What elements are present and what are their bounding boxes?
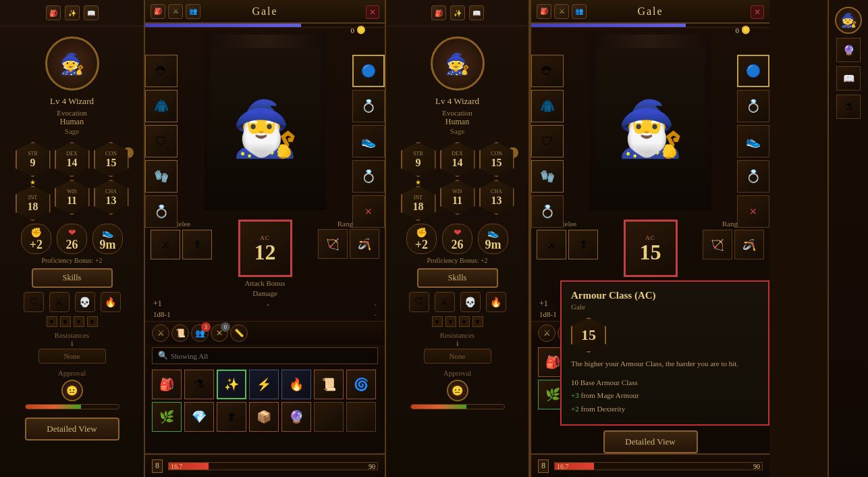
item-13[interactable] — [314, 402, 344, 432]
equip-slot-right-4[interactable]: 💍 — [352, 160, 385, 193]
equip-slot-glove[interactable]: 🧤 — [145, 160, 178, 193]
r-equip-slot-right-2[interactable]: 💍 — [737, 90, 769, 122]
spells-icon[interactable]: ✨ — [65, 5, 80, 20]
weapon-values-row: +1 - - — [151, 297, 379, 310]
journal-icon[interactable]: 📖 — [84, 5, 99, 20]
counter-badge-4: 0 — [221, 322, 230, 332]
item-3[interactable]: ✨ — [217, 370, 246, 399]
resist-down-3[interactable]: ▼ — [74, 316, 84, 327]
hp-current-middle: 16.7 — [171, 462, 183, 470]
resist-down-4[interactable]: ▼ — [87, 316, 98, 327]
action-btn-3[interactable]: 👥 3 — [191, 324, 209, 342]
stats-row-2: INT 18 WIS 11 CHA 13 — [5, 180, 138, 221]
tooltip-character: Gale — [571, 303, 759, 311]
item-5[interactable]: 🔥 — [281, 370, 311, 399]
ac-box-right[interactable]: AC 15 — [624, 220, 678, 277]
tooltip-panel: Armour Class (AC) Gale 15 The higher you… — [560, 280, 769, 426]
r-resist-down-3[interactable]: ▼ — [459, 316, 470, 327]
search-input[interactable] — [171, 352, 372, 360]
tooltip-bonus1-value: +3 — [571, 391, 579, 399]
action-btn-2[interactable]: 📜 — [171, 324, 189, 342]
equip-slot-right-5[interactable]: ✕ — [352, 195, 385, 228]
item-9[interactable]: 💎 — [184, 402, 214, 432]
r-ability-row: ✊ +2 ❤ 26 👟 9m — [391, 224, 523, 254]
item-14[interactable] — [346, 402, 376, 432]
r-melee-weapon-2[interactable]: 🗡 — [568, 230, 598, 259]
far-right-slot-2[interactable]: 📖 — [836, 66, 861, 91]
r-equip-slot-ring1[interactable]: 💍 — [531, 195, 564, 228]
r-equip-slot-cloak[interactable]: 🧥 — [531, 90, 564, 122]
resist-down-2[interactable]: ▼ — [60, 316, 71, 327]
r-approval-portrait: 😐 — [447, 380, 468, 401]
char-figure-right: 🧙‍♂️ — [597, 48, 705, 210]
r-inventory-icon[interactable]: 🎒 — [431, 5, 446, 20]
far-right-slot-1[interactable]: 🔮 — [836, 38, 861, 62]
r-equip-slot-right-3[interactable]: 👟 — [737, 125, 769, 157]
resist-3: 💀 — [75, 292, 95, 312]
item-2[interactable]: ⚗ — [184, 370, 214, 399]
r-resist-down-1[interactable]: ▼ — [432, 316, 443, 327]
skills-button[interactable]: Skills — [32, 268, 113, 288]
tooltip-base-row: 10 Base Armour Class — [571, 376, 759, 390]
action-btn-5[interactable]: 📏 — [230, 324, 248, 342]
item-6[interactable]: 📜 — [314, 370, 344, 399]
action-btn-1[interactable]: ⚔ — [152, 324, 169, 342]
r-ranged-weapon-2[interactable]: 🪃 — [734, 230, 764, 259]
close-button-right[interactable]: ✕ — [751, 5, 764, 19]
item-4[interactable]: ⚡ — [249, 370, 279, 399]
r-resist-down-2[interactable]: ▼ — [445, 316, 456, 327]
ranged-weapon-2[interactable]: 🪃 — [350, 229, 379, 259]
inventory-icon[interactable]: 🎒 — [46, 5, 61, 20]
ac-box-middle[interactable]: AC 12 — [238, 220, 292, 277]
r-journal-icon[interactable]: 📖 — [469, 5, 484, 20]
r-equip-slot-glove[interactable]: 🧤 — [531, 160, 564, 193]
item-12[interactable]: 🔮 — [281, 402, 311, 432]
equip-slot-cloak[interactable]: 🧥 — [145, 90, 178, 122]
melee-weapon-1[interactable]: ⚔ — [151, 230, 180, 259]
resist-down-1[interactable]: ▼ — [47, 316, 57, 327]
r-equip-slot-helm[interactable]: ⛑ — [531, 55, 564, 87]
r-action-btn-1[interactable]: ⚔ — [538, 324, 555, 342]
r-skills-button[interactable]: Skills — [417, 268, 498, 288]
r-melee-weapon-1[interactable]: ⚔ — [537, 230, 566, 259]
ranged-weapon-1[interactable]: 🏹 — [318, 229, 348, 259]
detailed-view-button-left[interactable]: Detailed View — [25, 418, 119, 441]
r-ranged-weapon-1[interactable]: 🏹 — [703, 230, 732, 259]
r-equip-slot-right-5[interactable]: ✕ — [737, 195, 769, 228]
item-11[interactable]: 📦 — [249, 402, 279, 432]
equip-slot-right-3[interactable]: 👟 — [352, 125, 385, 157]
melee-weapon-2[interactable]: 🗡 — [182, 230, 212, 259]
equip-slot-right-2[interactable]: 💍 — [352, 90, 385, 122]
r-equip-slot-armor[interactable]: 🛡 — [531, 125, 564, 157]
item-7[interactable]: 🌀 — [346, 370, 376, 399]
tab-icon-3[interactable]: 👥 — [186, 4, 200, 19]
equip-slot-armor[interactable]: 🛡 — [145, 125, 178, 157]
far-right-slot-3[interactable]: ⚗ — [836, 95, 861, 119]
r-resist-down-4[interactable]: ▼ — [472, 316, 483, 327]
tab-icon-2[interactable]: ⚔ — [168, 4, 183, 19]
action-btn-4[interactable]: ✕ 0 — [211, 324, 228, 342]
item-10[interactable]: 🗡 — [217, 402, 246, 432]
stat-con: CON 15 — [94, 142, 129, 177]
r-tab-icon-3[interactable]: 👥 — [572, 4, 587, 19]
search-input-container[interactable]: 🔍 — [152, 347, 378, 364]
r-health-points: ❤ 26 — [442, 224, 472, 254]
r-equip-slot-right-1[interactable]: 🔵 — [737, 55, 769, 87]
r-stat-wis: WIS 11 — [440, 180, 475, 215]
r-equip-slot-right-4[interactable]: 💍 — [737, 160, 769, 193]
tab-icon-1[interactable]: 🎒 — [151, 4, 165, 19]
r-spells-icon[interactable]: ✨ — [450, 5, 465, 20]
r-tab-icon-2[interactable]: ⚔ — [554, 4, 569, 19]
equip-slot-ring1[interactable]: 💍 — [145, 195, 178, 228]
r-stat-con: CON 15 — [479, 142, 514, 177]
item-1[interactable]: 🎒 — [152, 370, 182, 399]
equip-slot-right-1[interactable]: 🔵 — [352, 55, 385, 87]
detailed-view-button-right[interactable]: Detailed View — [603, 430, 698, 453]
equip-slot-helm[interactable]: ⛑ — [145, 55, 178, 87]
r-tab-icon-1[interactable]: 🎒 — [537, 4, 551, 19]
item-8[interactable]: 🌿 — [152, 402, 182, 432]
action-bar-middle: ⚔ 📜 👥 3 ✕ 0 📏 — [145, 321, 385, 345]
level-badge-right: 8 — [538, 459, 549, 473]
bottom-bar-right: 8 90 16.7 — [531, 453, 769, 477]
close-button-middle[interactable]: ✕ — [366, 5, 379, 19]
